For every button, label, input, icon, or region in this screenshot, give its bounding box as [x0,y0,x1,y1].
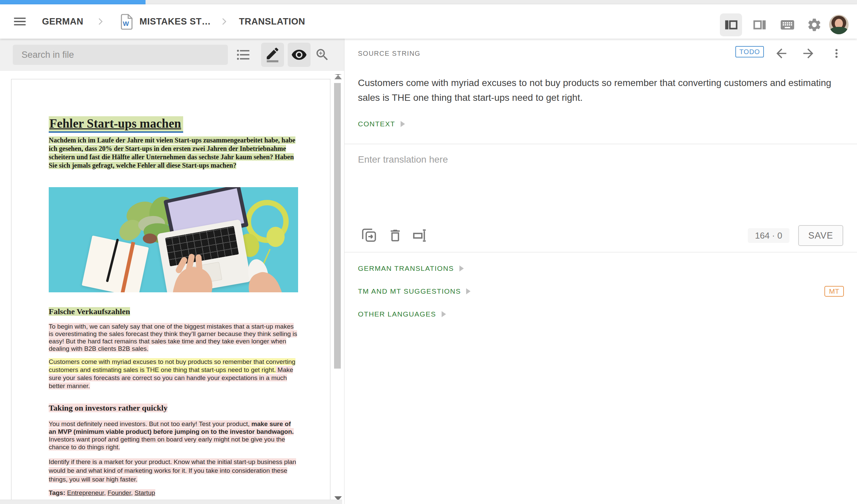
character-counter: 164 · 0 [748,228,789,243]
next-string-button[interactable] [801,46,816,61]
document-vertical-scrollbar[interactable] [333,71,342,504]
section-heading-investors: Taking on investors rather quickly [49,404,298,413]
chevron-right-icon [219,16,230,27]
list-icon [235,47,251,63]
tag-link-entrepreneur[interactable]: Entrepreneur [67,489,104,496]
context-expander[interactable]: CONTEXT [358,120,405,128]
tags-label: Tags: [49,489,65,496]
avatar-body [830,27,848,34]
user-avatar[interactable] [829,15,848,34]
comfortable-view-button[interactable] [749,14,771,36]
right-panel-layout-icon [752,17,768,33]
current-string-highlight[interactable]: Customers come with myriad excuses to no… [49,358,296,373]
trash-icon [387,228,403,243]
copy-source-icon [360,227,377,244]
chevron-right-icon [96,16,106,27]
breadcrumb-language[interactable]: GERMAN [42,4,83,39]
expand-arrow-icon [459,266,464,271]
document-tags: Tags: Entrepreneur, Founder, Startup [49,489,298,497]
document-intro-paragraph: Nachdem ich im Laufe der Jahre mit viele… [49,136,300,170]
search-input[interactable] [13,45,228,65]
mt-badge: MT [824,286,844,297]
photo-laptop-keyboard [165,226,239,266]
save-button[interactable]: SAVE [798,225,843,246]
paragraph-text: To begin with, we can safely say that on… [49,323,297,352]
expand-arrow-icon [466,288,471,294]
svg-text:W: W [123,20,129,27]
translation-editor-panel: SOURCE STRING TODO Customers come with m… [345,39,857,504]
eye-icon [291,47,307,63]
section-heading-text: Falsche Verkaufszahlen [49,307,130,316]
investors-paragraph-2: Identify if there is a market for your p… [49,458,300,484]
zoom-in-icon [315,47,330,63]
string-options-button[interactable] [830,46,844,61]
arrow-forward-icon [801,46,816,61]
keyboard-shortcuts-button[interactable] [776,14,799,36]
expand-arrow-icon [442,311,446,317]
divider [345,252,857,252]
copy-source-button[interactable] [360,227,378,244]
photo-plant-pot [143,234,157,243]
paragraph-text: Investors want proof and getting them on… [49,436,285,451]
highlight-mode-button[interactable] [261,43,284,67]
main-menu-button[interactable] [12,14,28,29]
investors-paragraph-1: You most definitely need investors. But … [49,420,300,451]
sales-paragraph-1: To begin with, we can safely say that on… [49,323,300,352]
word-file-icon: W [120,14,134,30]
select-text-button[interactable] [412,227,429,244]
translation-input[interactable] [358,154,835,218]
paragraph-text: You most definitely need investors. But … [49,420,251,427]
document-toolbar [0,39,344,71]
scrollbar-thumb[interactable] [334,83,341,369]
photo-headphones-cup [267,227,285,247]
previous-string-button[interactable] [774,46,789,61]
kebab-menu-icon [830,47,843,60]
sales-paragraph-2: Customers come with myriad excuses to no… [49,358,300,390]
expander-label: TM AND MT SUGGESTIONS [358,287,461,295]
strings-list-button[interactable] [235,47,251,63]
top-header: GERMAN W MISTAKES ST… TRANSLATION [0,4,857,39]
settings-button[interactable] [803,14,825,36]
clear-translation-button[interactable] [387,227,405,244]
tag-separator: , [131,489,135,496]
side-by-side-layout-icon [723,17,739,33]
status-badge: TODO [735,46,764,57]
file-progress-fill [0,0,146,4]
expander-label: GERMAN TRANSLATIONS [358,265,454,272]
document-preview-panel: Fehler Start-ups machen Nachdem ich im L… [0,39,344,504]
breadcrumb-file[interactable]: MISTAKES ST… [139,4,211,39]
text-select-icon [412,227,428,244]
document-photo [49,187,298,292]
breadcrumb-mode: TRANSLATION [239,4,305,39]
source-string-text: Customers come with myriad excuses to no… [358,75,835,105]
context-label: CONTEXT [358,120,395,128]
paragraph-text: Identify if there is a market for your p… [49,458,296,483]
other-languages-expander[interactable]: OTHER LANGUAGES [358,310,446,318]
gear-icon [807,17,822,33]
german-translations-expander[interactable]: GERMAN TRANSLATIONS [358,265,464,272]
highlighter-icon [265,47,280,63]
zoom-in-button[interactable] [315,47,331,63]
source-string-label: SOURCE STRING [358,50,420,57]
divider [345,144,857,144]
side-by-side-view-button[interactable] [720,14,742,36]
tag-link-founder[interactable]: Founder [107,489,131,496]
document-page: Fehler Start-ups machen Nachdem ich im L… [11,79,330,503]
expand-arrow-icon [401,121,405,127]
arrow-back-icon [774,46,789,61]
preview-mode-button[interactable] [288,43,310,67]
photo-finger [195,254,203,273]
tm-mt-suggestions-expander[interactable]: TM AND MT SUGGESTIONS [358,287,471,295]
document-content: Fehler Start-ups machen Nachdem ich im L… [12,79,330,497]
document-title-text: Fehler Start-ups machen [49,116,183,133]
tag-link-startup[interactable]: Startup [134,489,155,496]
file-progress-track [0,0,857,4]
section-heading-sales: Falsche Verkaufszahlen [49,307,298,316]
document-title: Fehler Start-ups machen [49,116,298,131]
intro-text: Nachdem ich im Laufe der Jahre mit viele… [49,136,296,169]
tag-separator: , [104,489,107,496]
document-horizontal-scrollbar[interactable] [0,500,342,504]
keyboard-icon [779,17,795,33]
photo-notebook-band [120,241,135,292]
scroll-up-arrow[interactable] [334,74,342,79]
